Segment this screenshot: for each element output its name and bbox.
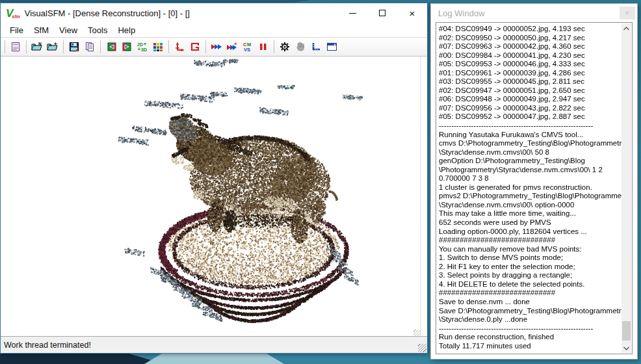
log-line: 2. Hit F1 key to enter the selection mod…	[439, 263, 621, 272]
menu-item[interactable]: Tools	[83, 24, 112, 36]
visualsfm-logo-icon: Vsfm	[6, 8, 20, 19]
log-line: cmvs D:\Photogrammetry_Testing\Blog\Phot…	[439, 139, 621, 148]
log-line: Loading option-0000.ply, 1182604 vertice…	[439, 228, 621, 237]
log-line: Save D:\Photogrammetry_Testing\Blog\Phot…	[439, 307, 621, 316]
log-window: Log Window × #04: DSC09949 -> 00000052.j…	[430, 3, 638, 359]
log-line: ----------------------------------------…	[439, 324, 621, 333]
log-line: Save to dense.nvm ... done	[439, 298, 621, 307]
copy-icon[interactable]	[82, 39, 98, 55]
menu-bar: FileSfMViewToolsHelp	[1, 23, 427, 37]
scroll-down-arrow[interactable]	[621, 343, 631, 353]
settings-gear-icon[interactable]	[277, 39, 293, 55]
log-close-button[interactable]: ×	[620, 6, 635, 20]
svg-text:N: N	[38, 42, 42, 46]
run-cmvs-icon[interactable]: CMVS	[240, 39, 255, 55]
previous-image-icon[interactable]	[103, 39, 119, 55]
svg-text:3D: 3D	[141, 47, 147, 52]
log-line: 652 seconds were used by PMVS	[439, 218, 621, 228]
visualsfm-window: Vsfm VisualSFM - [Dense Reconstruction] …	[0, 3, 428, 354]
compute-3d-reconstruction-icon[interactable]: +	[224, 39, 240, 55]
log-line: #01: DSC09961 -> 00000039.jpg, 4.286 sec	[439, 69, 621, 78]
log-line: #07: DSC09963 -> 00000042.jpg, 4.360 sec	[439, 42, 621, 51]
log-line: #05: DSC09953 -> 00000046.jpg, 4.333 sec	[439, 60, 621, 69]
log-line: 1. Switch to dense MVS points mode;	[439, 254, 621, 263]
toggle-2d-3d-icon[interactable]: 2D3D	[135, 39, 150, 55]
log-scrollbar[interactable]	[621, 23, 631, 353]
menu-item[interactable]: File	[5, 24, 29, 36]
log-title-bar[interactable]: Log Window ×	[431, 4, 637, 22]
measure-ruler-icon[interactable]	[308, 39, 324, 55]
log-line: 3. Select points by dragging a rectangle…	[439, 271, 621, 280]
window-title: VisualSFM - [Dense Reconstruction] - [0]…	[25, 8, 190, 18]
desktop-shape	[0, 352, 164, 364]
scroll-thumb[interactable]	[622, 321, 631, 341]
close-icon: ×	[410, 8, 415, 18]
maximize-button[interactable]	[367, 3, 397, 23]
save-icon[interactable]	[66, 39, 82, 55]
minimize-icon	[349, 13, 356, 14]
title-bar[interactable]: Vsfm VisualSFM - [Dense Reconstruction] …	[1, 3, 427, 23]
log-line: #07: DSC09956 -> 00000043.jpg, 2.822 sec	[439, 104, 621, 113]
compute-missing-matches-icon[interactable]	[209, 39, 224, 55]
toolbar-separator	[5, 40, 5, 53]
log-line: This may take a little more time, waitin…	[439, 209, 621, 218]
svg-text:+: +	[54, 42, 57, 47]
toolbar-separator	[63, 40, 64, 53]
viewport-divider	[420, 57, 421, 337]
next-image-icon[interactable]	[119, 39, 135, 55]
log-line: genOption D:\Photogrammetry_Testing\Blog	[439, 157, 621, 166]
log-text: #04: DSC09949 -> 00000052.jpg, 4.193 sec…	[436, 23, 621, 354]
log-line: \Styrac\dense.nvm.cmvs\00\ option-0000	[439, 201, 621, 210]
menu-item[interactable]: Help	[112, 24, 140, 36]
log-line: #02: DSC09947 -> 00000051.jpg, 2.650 sec	[439, 86, 621, 96]
toggle-axes-icon[interactable]	[172, 39, 187, 55]
log-line: ----------------------------------------…	[439, 122, 621, 131]
log-line: 4. Hit DELETE to delete the selected poi…	[439, 280, 621, 289]
open-add-images-icon[interactable]: +	[45, 39, 60, 55]
viewport-resize-grip[interactable]	[413, 330, 420, 336]
status-bar: Work thread terminated!	[1, 336, 427, 353]
log-line: \Photogrammetry\Styrac\dense.nvm.cmvs\00…	[439, 166, 621, 175]
menu-item[interactable]: SfM	[29, 24, 54, 36]
image-thumbnails-icon[interactable]	[150, 39, 166, 55]
svg-text:2D: 2D	[137, 42, 143, 47]
menu-item[interactable]: View	[54, 24, 83, 36]
log-line: #04: DSC09949 -> 00000052.jpg, 4.193 sec	[439, 25, 621, 34]
toggle-grid-icon[interactable]	[187, 39, 203, 55]
toolbar: N + 2D3D + CMVS	[1, 37, 427, 57]
log-line: You can manually remove bad MVS points:	[439, 245, 621, 254]
log-line: #06: DSC09948 -> 00000049.jpg, 2.947 sec	[439, 95, 621, 104]
log-line: pmvs2 D:\Photogrammetry_Testing\Blog\Pho…	[439, 192, 621, 201]
log-line: ############################	[439, 289, 621, 298]
log-line: #03: DSC09955 -> 00000045.jpg, 2.811 sec	[439, 77, 621, 86]
log-line: 1 cluster is generated for pmvs reconstr…	[439, 183, 621, 192]
svg-text:+: +	[234, 42, 237, 47]
reconstruction-viewport[interactable]	[1, 57, 427, 337]
minimize-button[interactable]	[337, 3, 367, 23]
log-line: Totally 11.717 minutes used	[439, 342, 621, 351]
log-line: #00: DSC09984 -> 00000041.jpg, 4.230 sec	[439, 51, 621, 60]
close-button[interactable]: ×	[397, 3, 427, 23]
log-line: #05: DSC09952 -> 00000047.jpg, 2.887 sec	[439, 112, 621, 122]
new-window-icon[interactable]	[324, 39, 339, 55]
log-line: Run dense reconstruction, finished	[439, 333, 621, 342]
log-line: #02: DSC09950 -> 00000050.jpg, 4.217 sec	[439, 34, 621, 43]
open-project-icon[interactable]: N	[29, 39, 45, 55]
desktop-shape	[144, 352, 284, 364]
toolbar-separator	[205, 40, 206, 53]
point-cloud-canvas[interactable]	[1, 57, 426, 336]
log-line: \Styrac\dense.0.ply ...done	[439, 315, 621, 324]
log-line: \Styrac\dense.nvm.cmvs\00\ 50 8	[439, 148, 621, 157]
toolbar-separator	[26, 40, 27, 53]
toolbar-separator	[100, 40, 101, 53]
log-output-panel[interactable]: #04: DSC09949 -> 00000052.jpg, 4.193 sec…	[436, 22, 633, 354]
toolbar-separator	[168, 40, 169, 53]
report-icon[interactable]	[8, 39, 23, 55]
log-window-title: Log Window	[438, 8, 485, 18]
pause-icon[interactable]	[255, 39, 271, 55]
status-message: Work thread terminated!	[4, 341, 91, 350]
pan-hand-icon[interactable]	[293, 39, 308, 55]
resize-grip[interactable]	[418, 344, 426, 352]
scroll-up-arrow[interactable]	[621, 23, 631, 33]
log-line: 0.700000 7 3 8	[439, 174, 621, 183]
